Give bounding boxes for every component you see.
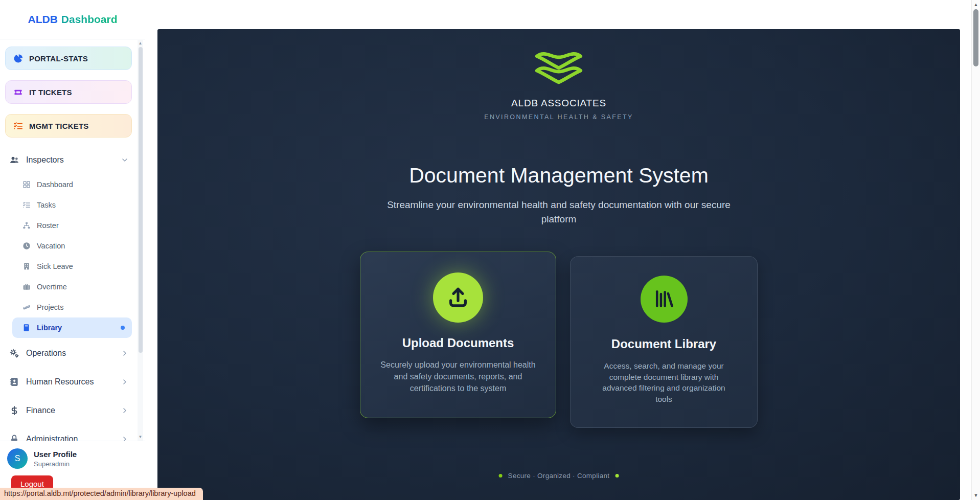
chevron-right-icon xyxy=(121,378,129,386)
sidebar-item-label: Library xyxy=(37,324,62,332)
section-label: Human Resources xyxy=(26,377,114,387)
section-label: Inspectors xyxy=(26,155,114,165)
sidebar-nav: PORTAL-STATS IT TICKETS MGMT TICKETS xyxy=(0,40,145,441)
sidebar-section-human-resources[interactable]: Human Resources xyxy=(5,368,132,396)
main-content: ALDB ASSOCIATES ENVIRONMENTAL HEALTH & S… xyxy=(157,29,960,500)
portal-stats-button[interactable]: PORTAL-STATS xyxy=(5,47,132,70)
sidebar-section-finance[interactable]: Finance xyxy=(5,396,132,425)
upload-icon xyxy=(446,286,470,309)
app-window: ALDB Dashboard PORTAL-STATS IT TICKETS xyxy=(0,0,980,500)
scroll-up-arrow[interactable]: ▲ xyxy=(138,40,143,47)
book-icon xyxy=(22,324,31,332)
chevron-down-icon xyxy=(121,156,129,164)
card-description: Securely upload your environmental healt… xyxy=(380,359,536,394)
green-dot-icon xyxy=(615,474,619,478)
avatar: S xyxy=(7,448,28,469)
section-label: Operations xyxy=(26,349,114,358)
sidebar-item-vacation[interactable]: Vacation xyxy=(5,236,132,256)
sidebar-item-dashboard[interactable]: Dashboard xyxy=(5,174,132,195)
browser-scrollbar-thumb[interactable] xyxy=(973,9,978,66)
section-label: Administration xyxy=(26,435,114,441)
org-chart-icon xyxy=(22,221,31,230)
users-icon xyxy=(9,155,19,165)
library-icon-circle xyxy=(641,276,688,323)
sidebar-item-library[interactable]: Library xyxy=(12,317,132,338)
gears-icon xyxy=(9,348,19,358)
card-title: Document Library xyxy=(571,337,757,351)
green-dot-icon xyxy=(499,474,503,478)
scroll-up-arrow[interactable]: ▲ xyxy=(972,1,980,9)
sidebar-item-label: Tasks xyxy=(37,201,56,209)
lock-icon xyxy=(9,434,19,441)
app-title-primary: ALDB xyxy=(28,13,57,26)
profile-name: User Profile xyxy=(34,450,77,459)
active-indicator-dot xyxy=(121,326,125,330)
upload-documents-card[interactable]: Upload Documents Securely upload your en… xyxy=(360,252,556,418)
page-title: Document Management System xyxy=(409,164,709,188)
sidebar-item-label: Overtime xyxy=(37,283,67,291)
brand-name: ALDB ASSOCIATES xyxy=(511,98,606,109)
card-title: Upload Documents xyxy=(360,336,556,350)
section-label: Finance xyxy=(26,406,114,415)
chip-label: IT TICKETS xyxy=(29,88,72,97)
chevron-right-icon xyxy=(121,349,129,357)
sidebar-section-administration[interactable]: Administration xyxy=(5,425,132,441)
building-icon xyxy=(22,262,31,270)
app-title-secondary: Dashboard xyxy=(61,13,118,26)
chevron-right-icon xyxy=(121,435,129,441)
sidebar-item-overtime[interactable]: Overtime xyxy=(5,277,132,297)
sidebar-item-label: Sick Leave xyxy=(37,262,73,270)
it-tickets-button[interactable]: IT TICKETS xyxy=(5,80,132,104)
sidebar-item-sick-leave[interactable]: Sick Leave xyxy=(5,256,132,277)
briefcase-icon xyxy=(22,283,31,291)
sidebar-item-roster[interactable]: Roster xyxy=(5,215,132,236)
grid-icon xyxy=(22,180,31,189)
ticket-icon xyxy=(13,87,23,97)
chip-label: PORTAL-STATS xyxy=(29,54,88,63)
document-library-card[interactable]: Document Library Access, search, and man… xyxy=(570,256,758,428)
chip-label: MGMT TICKETS xyxy=(29,122,89,130)
mgmt-tickets-button[interactable]: MGMT TICKETS xyxy=(5,114,132,138)
app-title: ALDB Dashboard xyxy=(0,0,145,39)
sidebar-item-label: Projects xyxy=(37,303,63,311)
card-description: Access, search, and manage your complete… xyxy=(601,360,727,405)
chevron-right-icon xyxy=(121,406,129,415)
sidebar: ALDB Dashboard PORTAL-STATS IT TICKETS xyxy=(0,0,145,500)
link-status-tooltip: https://portal.aldb.mt/protected/admin/l… xyxy=(0,488,203,500)
page-subtitle: Streamline your environmental health and… xyxy=(380,198,738,226)
checklist-icon xyxy=(13,121,23,131)
action-cards: Upload Documents Securely upload your en… xyxy=(360,252,758,428)
scroll-down-arrow[interactable]: ▼ xyxy=(972,491,980,499)
sidebar-item-tasks[interactable]: Tasks xyxy=(5,195,132,215)
sidebar-section-inspectors[interactable]: Inspectors xyxy=(5,148,132,172)
trust-footer: Secure · Organized · Compliant xyxy=(499,472,619,480)
sidebar-item-label: Vacation xyxy=(37,242,65,250)
sidebar-item-label: Dashboard xyxy=(37,180,73,189)
pie-chart-icon xyxy=(13,54,23,63)
double-chevron-wave-icon xyxy=(533,49,584,92)
profile-role: Superadmin xyxy=(34,460,77,468)
sidebar-item-projects[interactable]: Projects xyxy=(5,297,132,317)
upload-icon-circle xyxy=(433,272,483,323)
sidebar-section-operations[interactable]: Operations xyxy=(5,339,132,368)
library-books-icon xyxy=(653,288,675,310)
brand-tagline: ENVIRONMENTAL HEALTH & SAFETY xyxy=(484,113,633,121)
contact-book-icon xyxy=(9,377,19,387)
browser-scrollbar: ▲ ▼ xyxy=(971,0,980,500)
sidebar-scrollbar-thumb[interactable] xyxy=(139,47,143,353)
ruler-icon xyxy=(22,303,31,311)
footer-text: Secure · Organized · Compliant xyxy=(508,472,610,480)
sidebar-scrollbar: ▲ ▼ xyxy=(138,40,143,441)
dollar-icon xyxy=(9,405,19,416)
tasks-icon xyxy=(22,201,31,209)
scroll-down-arrow[interactable]: ▼ xyxy=(138,434,143,440)
clock-icon xyxy=(22,242,31,250)
inspectors-submenu: Dashboard Tasks Roster xyxy=(5,174,132,338)
sidebar-item-label: Roster xyxy=(37,221,59,230)
